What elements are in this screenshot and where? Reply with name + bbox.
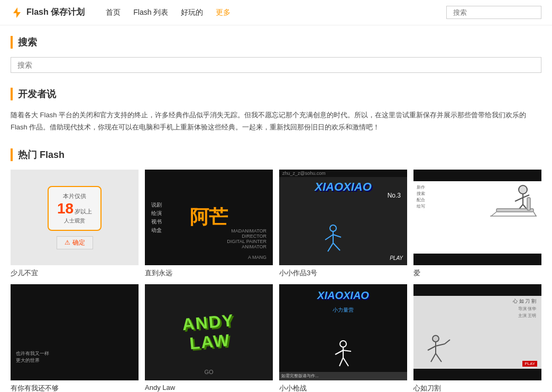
nav-list[interactable]: Flash 列表: [133, 8, 168, 17]
svg-line-14: [491, 212, 496, 216]
flash-thumb-4: 也许有我又一样更大的世界: [11, 284, 139, 380]
nav-home[interactable]: 首页: [106, 8, 121, 17]
heart-title: 心 如 刀 割导演 张华主演 王明: [513, 298, 536, 320]
svg-line-27: [436, 344, 445, 346]
svg-line-3: [325, 235, 333, 240]
flash-card-6[interactable]: XIAOXIAO 小力量营 如需完整版请与作... 小小: [279, 284, 407, 392]
svg-line-9: [515, 198, 523, 201]
flash-thumb-2: zhu_z_z@sohu.com XIAOXIAO No.3 PLAY: [279, 170, 407, 266]
amang-name: 阿芒: [190, 204, 228, 230]
svg-line-5: [328, 243, 333, 251]
heart-top-bar: [413, 284, 541, 296]
dev-text: 随着各大 Flash 平台的关闭和官方支持的终止，许多经典作品似乎消失无踪。但我…: [11, 109, 541, 134]
flash-card-7[interactable]: 心 如 刀 割导演 张华主演 王明 PLAY 心如刀割: [413, 284, 541, 392]
xiaoxiao-bottom-text: 如需完整版请与作...: [281, 373, 319, 379]
flash-thumb-5: ANDYLAW GO: [145, 284, 273, 380]
svg-line-29: [431, 353, 436, 362]
age18-sub: 人士观赏: [57, 217, 92, 225]
xiaoxiao-gun-logo: XIAOXIAO: [317, 290, 369, 302]
flash-card-1[interactable]: 说剧绘演视书动盒 阿芒 MADANIMATORDIRECTORDIGITAL P…: [145, 170, 273, 278]
age18-box: 本片仅供 18 岁以上 人士观赏: [48, 186, 102, 231]
svg-point-24: [433, 335, 439, 342]
search-input[interactable]: [11, 57, 541, 73]
search-section: 搜索: [11, 36, 541, 73]
flash-card-5[interactable]: ANDYLAW GO Andy Law: [145, 284, 273, 392]
nav-more[interactable]: 更多: [216, 8, 231, 17]
svg-line-4: [333, 235, 341, 237]
sled-bot-bar: [413, 254, 541, 265]
xiaoxiao3-play: PLAY: [390, 255, 403, 261]
andylaw-go: GO: [204, 369, 213, 375]
svg-marker-0: [13, 7, 21, 18]
age18-above: 岁以上: [75, 208, 92, 216]
flash-thumb-1: 说剧绘演视书动盒 阿芒 MADANIMATORDIRECTORDIGITAL P…: [145, 170, 273, 266]
svg-line-20: [335, 350, 343, 354]
hot-section: 热门 Flash 本片仅供 18 岁以上 人士观赏 ⚠ 确定: [11, 148, 541, 392]
xiaoxiao3-no: No.3: [388, 192, 401, 199]
flash-card-title-2: 小小作品3号: [279, 268, 407, 278]
andylaw-text: ANDYLAW: [181, 311, 237, 354]
svg-line-26: [428, 346, 436, 350]
logo-text: Flash 保存计划: [26, 7, 85, 18]
dev-title: 开发者说: [11, 88, 541, 100]
svg-line-30: [436, 353, 441, 362]
main-nav: 首页 Flash 列表 好玩的 更多: [106, 8, 446, 17]
main-content: 搜索 开发者说 随着各大 Flash 平台的关闭和官方支持的终止，许多经典作品似…: [0, 25, 552, 392]
svg-line-28: [445, 340, 450, 344]
svg-line-23: [343, 358, 348, 366]
dev-paragraph: 随着各大 Flash 平台的关闭和官方支持的终止，许多经典作品似乎消失无踪。但我…: [11, 109, 541, 134]
xiaoxiao-bottom: 如需完整版请与作...: [279, 372, 407, 380]
xiaoxiao3-logo: XIAOXIAO: [315, 180, 372, 194]
header-search-wrap: [446, 6, 541, 19]
svg-point-7: [519, 185, 527, 194]
dark-text: 也许有我又一样更大的世界: [16, 350, 49, 365]
flash-card-title-1: 直到永远: [145, 268, 273, 278]
flash-thumb-3: 新作搜索配合绘写: [413, 170, 541, 266]
flash-card-2[interactable]: zhu_z_z@sohu.com XIAOXIAO No.3 PLAY 小小作品…: [279, 170, 407, 278]
header: Flash 保存计划 首页 Flash 列表 好玩的 更多: [0, 0, 552, 25]
flash-thumb-7: 心 如 刀 割导演 张华主演 王明 PLAY: [413, 284, 541, 380]
heart-play: PLAY: [522, 361, 537, 367]
sled-side-text: 新作搜索配合绘写: [417, 184, 425, 210]
flash-card-title-3: 爱: [413, 268, 541, 278]
logo[interactable]: Flash 保存计划: [11, 6, 85, 19]
svg-line-6: [333, 243, 340, 250]
flash-card-0[interactable]: 本片仅供 18 岁以上 人士观赏 ⚠ 确定 少儿不宜: [11, 170, 139, 278]
search-input-wrap: [11, 57, 541, 73]
xiaoxiao-subtitle: 小力量营: [333, 306, 354, 314]
heart-bot-bar: [413, 369, 541, 380]
flash-thumb-6: XIAOXIAO 小力量营 如需完整版请与作...: [279, 284, 407, 380]
flash-card-4[interactable]: 也许有我又一样更大的世界 有你有我还不够: [11, 284, 139, 392]
svg-line-22: [339, 358, 343, 366]
flash-card-title-5: Andy Law: [145, 384, 273, 391]
amang-left: 说剧绘演视书动盒: [151, 201, 162, 235]
svg-rect-17: [527, 198, 530, 210]
stickman-3: [320, 224, 341, 250]
svg-point-18: [340, 341, 346, 347]
confirm-btn[interactable]: ⚠ 确定: [57, 236, 93, 249]
dev-section: 开发者说 随着各大 Flash 平台的关闭和官方支持的终止，许多经典作品似乎消失…: [11, 88, 541, 134]
amang-credits: MADANIMATORDIRECTORDIGITAL PAINTERANIMAT…: [227, 228, 266, 260]
confirm-label: 确定: [72, 238, 85, 247]
svg-line-21: [343, 350, 351, 351]
xiaoxiao3-url: zhu_z_z@sohu.com: [279, 170, 407, 177]
warning-icon: ⚠: [65, 239, 70, 246]
flash-icon: [11, 6, 23, 19]
header-search-input[interactable]: [446, 6, 541, 19]
flash-card-title-7: 心如刀割: [413, 384, 541, 392]
svg-point-1: [330, 225, 336, 231]
flash-card-title-0: 少儿不宜: [11, 268, 139, 278]
age18-top: 本片仅供: [57, 192, 92, 200]
nav-fun[interactable]: 好玩的: [181, 8, 203, 17]
hot-title: 热门 Flash: [11, 148, 541, 161]
svg-line-15: [533, 212, 536, 216]
search-title: 搜索: [11, 36, 541, 49]
flash-card-title-6: 小小枪战: [279, 384, 407, 392]
flash-thumb-0: 本片仅供 18 岁以上 人士观赏 ⚠ 确定: [11, 170, 139, 266]
flash-card-3[interactable]: 新作搜索配合绘写: [413, 170, 541, 278]
age18-number: 18: [57, 200, 73, 217]
stickman-8: [421, 334, 450, 369]
sled-svg: [486, 179, 539, 221]
flash-card-title-4: 有你有我还不够: [11, 384, 139, 392]
stickman-7: [330, 340, 356, 369]
